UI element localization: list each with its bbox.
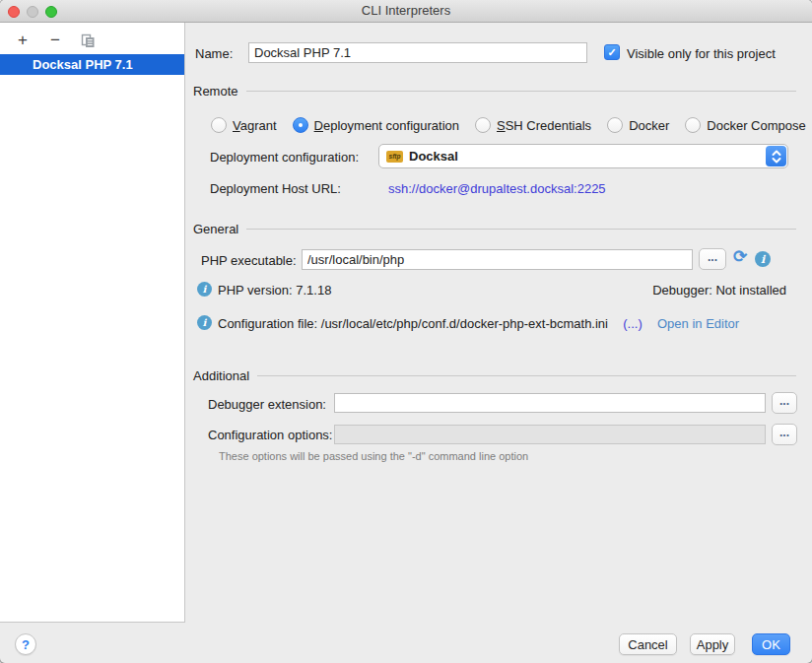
deployment-configuration-label: Deployment configuration: <box>210 150 359 165</box>
radio-ssh-label: SSH Credentials <box>497 118 591 133</box>
configuration-options-browse-button[interactable]: ... <box>772 424 797 445</box>
name-label: Name: <box>195 46 233 61</box>
radio-vagrant-label: Vagrant <box>233 118 277 133</box>
radio-circle-icon[interactable] <box>685 117 701 133</box>
configuration-file-row: Configuration file: /usr/local/etc/php/c… <box>218 316 739 331</box>
apply-button[interactable]: Apply <box>690 633 735 655</box>
combo-stepper-icon[interactable] <box>766 146 786 166</box>
visible-project-label: Visible only for this project <box>627 46 776 61</box>
interpreters-sidebar: + − Docksal PHP 7.1 <box>0 23 185 623</box>
debugger-extension-input[interactable] <box>334 393 766 413</box>
general-section-label: General <box>193 222 238 236</box>
general-section-header: General <box>193 222 796 236</box>
configuration-options-hint: These options will be passed using the "… <box>219 450 528 462</box>
open-in-editor-link[interactable]: Open in Editor <box>657 316 739 331</box>
configuration-options-input <box>334 425 766 444</box>
radio-docker-label: Docker <box>629 118 669 133</box>
remote-type-radio-group: Vagrant Deployment configuration SSH Cre… <box>211 116 812 134</box>
radio-deployment-configuration[interactable]: Deployment configuration <box>293 117 459 133</box>
radio-docker-compose-label: Docker Compose <box>707 118 805 133</box>
remove-interpreter-button[interactable]: − <box>46 32 64 49</box>
add-interpreter-button[interactable]: + <box>14 32 32 49</box>
check-icon: ✓ <box>607 46 616 59</box>
debugger-status-text: Debugger: Not installed <box>652 283 786 298</box>
cancel-button[interactable]: Cancel <box>619 633 677 655</box>
additional-section-header: Additional <box>193 368 796 383</box>
ok-button[interactable]: OK <box>752 633 790 655</box>
additional-section-label: Additional <box>193 368 249 383</box>
help-button[interactable]: ? <box>15 633 36 655</box>
remote-section-label: Remote <box>193 84 238 99</box>
php-executable-input[interactable] <box>302 249 693 270</box>
radio-deployment-label: Deployment configuration <box>314 118 459 133</box>
debugger-extension-browse-button[interactable]: ... <box>772 392 797 414</box>
radio-circle-icon[interactable] <box>475 117 491 133</box>
reload-php-info-icon[interactable]: ⟳ <box>731 247 749 267</box>
visible-project-checkbox[interactable]: ✓ <box>604 44 620 60</box>
show-php-info-icon[interactable]: i <box>755 251 771 267</box>
deployment-host-url-label: Deployment Host URL: <box>210 181 341 196</box>
php-executable-label: PHP executable: <box>201 253 297 268</box>
radio-ssh-credentials[interactable]: SSH Credentials <box>475 117 591 133</box>
radio-vagrant[interactable]: Vagrant <box>211 117 277 133</box>
radio-circle-icon[interactable] <box>211 117 227 133</box>
radio-docker-compose[interactable]: Docker Compose <box>685 117 805 133</box>
copy-interpreter-icon[interactable] <box>79 32 97 49</box>
sidebar-item-docksal-php[interactable]: Docksal PHP 7.1 <box>0 54 184 75</box>
radio-docker[interactable]: Docker <box>607 117 669 133</box>
configuration-file-text: Configuration file: /usr/local/etc/php/c… <box>218 316 608 331</box>
radio-selected-icon[interactable] <box>293 117 308 133</box>
window-title: CLI Interpreters <box>0 0 812 22</box>
info-icon: i <box>197 282 212 297</box>
debugger-extension-label: Debugger extension: <box>208 397 326 412</box>
title-bar: CLI Interpreters <box>0 0 812 23</box>
configuration-options-label: Configuration options: <box>208 428 332 442</box>
php-version-text: PHP version: 7.1.18 <box>218 283 331 298</box>
deployment-host-url-value[interactable]: ssh://docker@drupaltest.docksal:2225 <box>388 181 606 196</box>
section-divider <box>246 229 796 230</box>
remote-section-header: Remote <box>193 84 796 99</box>
section-divider <box>246 91 796 92</box>
section-divider <box>257 375 796 376</box>
cli-interpreters-dialog: CLI Interpreters + − Docksal PHP 7.1 Nam… <box>0 0 812 663</box>
sidebar-toolbar: + − <box>14 31 97 50</box>
info-icon: i <box>197 315 212 330</box>
sftp-server-icon: sftp <box>386 151 403 163</box>
radio-circle-icon[interactable] <box>607 117 623 133</box>
deployment-configuration-select[interactable]: sftp Docksal <box>378 144 788 168</box>
php-executable-browse-button[interactable]: ... <box>699 248 726 270</box>
configuration-file-expand-link[interactable]: (...) <box>623 316 643 331</box>
name-input[interactable] <box>248 42 587 63</box>
deployment-configuration-value: Docksal <box>409 149 458 164</box>
